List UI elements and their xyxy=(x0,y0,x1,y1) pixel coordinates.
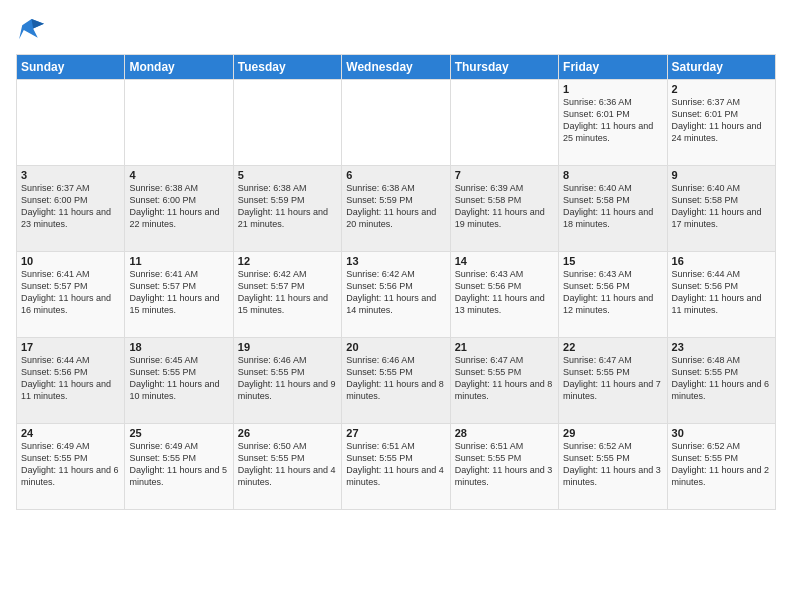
calendar-cell xyxy=(125,80,233,166)
day-info: Sunrise: 6:42 AMSunset: 5:57 PMDaylight:… xyxy=(238,268,337,317)
day-number: 25 xyxy=(129,427,228,439)
day-number: 22 xyxy=(563,341,662,353)
day-number: 7 xyxy=(455,169,554,181)
day-number: 26 xyxy=(238,427,337,439)
weekday-row: SundayMondayTuesdayWednesdayThursdayFrid… xyxy=(17,55,776,80)
day-number: 10 xyxy=(21,255,120,267)
calendar-header: SundayMondayTuesdayWednesdayThursdayFrid… xyxy=(17,55,776,80)
calendar-cell: 6Sunrise: 6:38 AMSunset: 5:59 PMDaylight… xyxy=(342,166,450,252)
day-info: Sunrise: 6:38 AMSunset: 5:59 PMDaylight:… xyxy=(346,182,445,231)
calendar-cell: 22Sunrise: 6:47 AMSunset: 5:55 PMDayligh… xyxy=(559,338,667,424)
calendar-cell: 4Sunrise: 6:38 AMSunset: 6:00 PMDaylight… xyxy=(125,166,233,252)
calendar-cell: 1Sunrise: 6:36 AMSunset: 6:01 PMDaylight… xyxy=(559,80,667,166)
day-number: 20 xyxy=(346,341,445,353)
calendar-cell: 7Sunrise: 6:39 AMSunset: 5:58 PMDaylight… xyxy=(450,166,558,252)
day-info: Sunrise: 6:49 AMSunset: 5:55 PMDaylight:… xyxy=(129,440,228,489)
day-info: Sunrise: 6:45 AMSunset: 5:55 PMDaylight:… xyxy=(129,354,228,403)
calendar-cell: 20Sunrise: 6:46 AMSunset: 5:55 PMDayligh… xyxy=(342,338,450,424)
calendar-cell: 15Sunrise: 6:43 AMSunset: 5:56 PMDayligh… xyxy=(559,252,667,338)
day-info: Sunrise: 6:46 AMSunset: 5:55 PMDaylight:… xyxy=(346,354,445,403)
calendar-week-4: 24Sunrise: 6:49 AMSunset: 5:55 PMDayligh… xyxy=(17,424,776,510)
page: SundayMondayTuesdayWednesdayThursdayFrid… xyxy=(0,0,792,612)
day-info: Sunrise: 6:50 AMSunset: 5:55 PMDaylight:… xyxy=(238,440,337,489)
day-info: Sunrise: 6:52 AMSunset: 5:55 PMDaylight:… xyxy=(672,440,771,489)
calendar-cell: 3Sunrise: 6:37 AMSunset: 6:00 PMDaylight… xyxy=(17,166,125,252)
calendar-cell: 14Sunrise: 6:43 AMSunset: 5:56 PMDayligh… xyxy=(450,252,558,338)
day-info: Sunrise: 6:36 AMSunset: 6:01 PMDaylight:… xyxy=(563,96,662,145)
calendar-cell: 24Sunrise: 6:49 AMSunset: 5:55 PMDayligh… xyxy=(17,424,125,510)
calendar-cell: 9Sunrise: 6:40 AMSunset: 5:58 PMDaylight… xyxy=(667,166,775,252)
day-number: 3 xyxy=(21,169,120,181)
day-number: 29 xyxy=(563,427,662,439)
day-number: 9 xyxy=(672,169,771,181)
calendar-cell: 19Sunrise: 6:46 AMSunset: 5:55 PMDayligh… xyxy=(233,338,341,424)
day-number: 27 xyxy=(346,427,445,439)
calendar-week-1: 3Sunrise: 6:37 AMSunset: 6:00 PMDaylight… xyxy=(17,166,776,252)
day-info: Sunrise: 6:47 AMSunset: 5:55 PMDaylight:… xyxy=(455,354,554,403)
weekday-header-friday: Friday xyxy=(559,55,667,80)
svg-marker-0 xyxy=(19,19,44,39)
svg-marker-1 xyxy=(32,19,44,28)
calendar-cell: 2Sunrise: 6:37 AMSunset: 6:01 PMDaylight… xyxy=(667,80,775,166)
calendar-cell: 23Sunrise: 6:48 AMSunset: 5:55 PMDayligh… xyxy=(667,338,775,424)
day-info: Sunrise: 6:49 AMSunset: 5:55 PMDaylight:… xyxy=(21,440,120,489)
day-info: Sunrise: 6:48 AMSunset: 5:55 PMDaylight:… xyxy=(672,354,771,403)
day-number: 11 xyxy=(129,255,228,267)
day-info: Sunrise: 6:43 AMSunset: 5:56 PMDaylight:… xyxy=(563,268,662,317)
day-number: 12 xyxy=(238,255,337,267)
calendar-cell: 28Sunrise: 6:51 AMSunset: 5:55 PMDayligh… xyxy=(450,424,558,510)
day-number: 5 xyxy=(238,169,337,181)
day-number: 6 xyxy=(346,169,445,181)
day-info: Sunrise: 6:43 AMSunset: 5:56 PMDaylight:… xyxy=(455,268,554,317)
day-number: 24 xyxy=(21,427,120,439)
day-number: 14 xyxy=(455,255,554,267)
day-number: 21 xyxy=(455,341,554,353)
calendar-cell xyxy=(17,80,125,166)
calendar-cell xyxy=(233,80,341,166)
calendar-cell: 27Sunrise: 6:51 AMSunset: 5:55 PMDayligh… xyxy=(342,424,450,510)
day-info: Sunrise: 6:47 AMSunset: 5:55 PMDaylight:… xyxy=(563,354,662,403)
calendar-cell: 5Sunrise: 6:38 AMSunset: 5:59 PMDaylight… xyxy=(233,166,341,252)
day-info: Sunrise: 6:44 AMSunset: 5:56 PMDaylight:… xyxy=(672,268,771,317)
calendar-week-3: 17Sunrise: 6:44 AMSunset: 5:56 PMDayligh… xyxy=(17,338,776,424)
day-info: Sunrise: 6:41 AMSunset: 5:57 PMDaylight:… xyxy=(129,268,228,317)
calendar-body: 1Sunrise: 6:36 AMSunset: 6:01 PMDaylight… xyxy=(17,80,776,510)
day-number: 30 xyxy=(672,427,771,439)
weekday-header-thursday: Thursday xyxy=(450,55,558,80)
weekday-header-wednesday: Wednesday xyxy=(342,55,450,80)
calendar-cell: 12Sunrise: 6:42 AMSunset: 5:57 PMDayligh… xyxy=(233,252,341,338)
calendar-cell: 11Sunrise: 6:41 AMSunset: 5:57 PMDayligh… xyxy=(125,252,233,338)
day-info: Sunrise: 6:44 AMSunset: 5:56 PMDaylight:… xyxy=(21,354,120,403)
day-info: Sunrise: 6:41 AMSunset: 5:57 PMDaylight:… xyxy=(21,268,120,317)
weekday-header-saturday: Saturday xyxy=(667,55,775,80)
day-number: 16 xyxy=(672,255,771,267)
calendar-cell: 21Sunrise: 6:47 AMSunset: 5:55 PMDayligh… xyxy=(450,338,558,424)
calendar-cell: 17Sunrise: 6:44 AMSunset: 5:56 PMDayligh… xyxy=(17,338,125,424)
day-number: 17 xyxy=(21,341,120,353)
weekday-header-sunday: Sunday xyxy=(17,55,125,80)
logo xyxy=(16,16,48,44)
day-info: Sunrise: 6:37 AMSunset: 6:01 PMDaylight:… xyxy=(672,96,771,145)
calendar: SundayMondayTuesdayWednesdayThursdayFrid… xyxy=(16,54,776,510)
logo-bird-icon xyxy=(16,16,44,44)
day-info: Sunrise: 6:46 AMSunset: 5:55 PMDaylight:… xyxy=(238,354,337,403)
calendar-week-0: 1Sunrise: 6:36 AMSunset: 6:01 PMDaylight… xyxy=(17,80,776,166)
calendar-cell: 26Sunrise: 6:50 AMSunset: 5:55 PMDayligh… xyxy=(233,424,341,510)
day-number: 1 xyxy=(563,83,662,95)
day-number: 13 xyxy=(346,255,445,267)
calendar-cell: 29Sunrise: 6:52 AMSunset: 5:55 PMDayligh… xyxy=(559,424,667,510)
day-info: Sunrise: 6:39 AMSunset: 5:58 PMDaylight:… xyxy=(455,182,554,231)
day-info: Sunrise: 6:52 AMSunset: 5:55 PMDaylight:… xyxy=(563,440,662,489)
weekday-header-tuesday: Tuesday xyxy=(233,55,341,80)
calendar-cell: 25Sunrise: 6:49 AMSunset: 5:55 PMDayligh… xyxy=(125,424,233,510)
day-info: Sunrise: 6:51 AMSunset: 5:55 PMDaylight:… xyxy=(346,440,445,489)
calendar-cell: 18Sunrise: 6:45 AMSunset: 5:55 PMDayligh… xyxy=(125,338,233,424)
calendar-cell: 13Sunrise: 6:42 AMSunset: 5:56 PMDayligh… xyxy=(342,252,450,338)
weekday-header-monday: Monday xyxy=(125,55,233,80)
day-info: Sunrise: 6:51 AMSunset: 5:55 PMDaylight:… xyxy=(455,440,554,489)
day-info: Sunrise: 6:40 AMSunset: 5:58 PMDaylight:… xyxy=(563,182,662,231)
calendar-cell: 8Sunrise: 6:40 AMSunset: 5:58 PMDaylight… xyxy=(559,166,667,252)
header xyxy=(16,16,776,44)
day-number: 18 xyxy=(129,341,228,353)
day-info: Sunrise: 6:40 AMSunset: 5:58 PMDaylight:… xyxy=(672,182,771,231)
